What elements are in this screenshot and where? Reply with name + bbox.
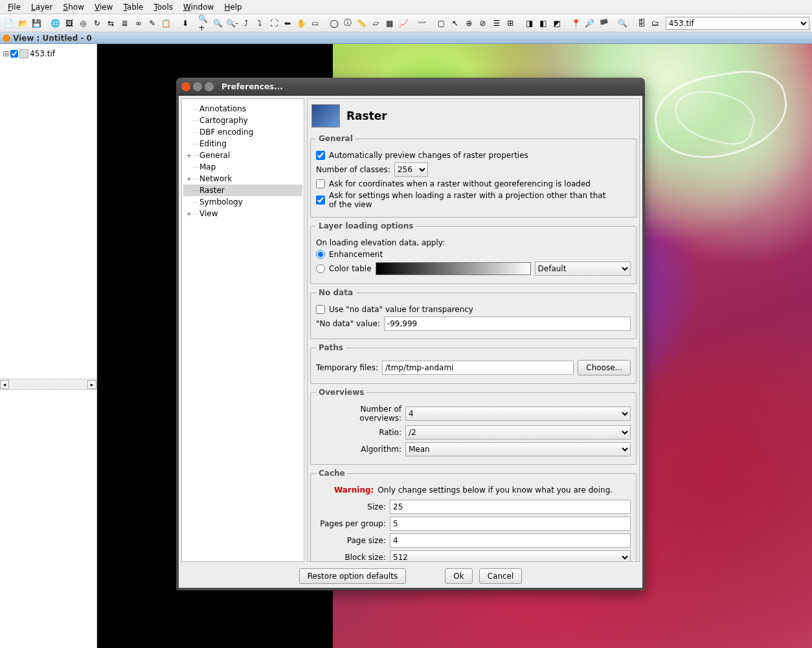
ruler-icon[interactable]: 📏 xyxy=(355,17,368,30)
shuffle-icon[interactable]: ⤴ xyxy=(240,17,252,30)
cancel-button[interactable]: Cancel xyxy=(479,568,523,584)
select-icon[interactable]: ▦ xyxy=(383,17,396,30)
geo2-icon[interactable]: ◧ xyxy=(537,17,549,30)
globe-icon[interactable]: 🌐 xyxy=(49,17,62,30)
zoom-box-icon[interactable]: 🔍 xyxy=(212,17,224,30)
schema-icon[interactable]: 🗂 xyxy=(649,17,661,30)
pan-icon[interactable]: ✋ xyxy=(295,17,308,30)
menu-show[interactable]: Show xyxy=(58,1,89,13)
info-icon[interactable]: ⓘ xyxy=(342,17,354,30)
snap4-icon[interactable]: ⊘ xyxy=(477,17,489,30)
num-overviews-label: Number of overviews: xyxy=(316,405,401,423)
choose-button[interactable]: Choose... xyxy=(578,360,631,375)
tree-node-map[interactable]: ⋯Map xyxy=(183,161,302,173)
menu-layer[interactable]: Layer xyxy=(26,1,58,13)
use-nodata-checkbox[interactable] xyxy=(316,305,325,314)
dialog-title: Preferences... xyxy=(221,82,283,91)
menu-tools[interactable]: Tools xyxy=(148,1,178,13)
layer-tree[interactable]: ⊞ 453.tif xyxy=(0,44,96,379)
block-size-select[interactable]: 512 xyxy=(390,550,631,562)
tree-node-symbology[interactable]: ⋯Symbology xyxy=(183,196,302,208)
cache-size-input[interactable] xyxy=(390,500,631,514)
loc-zoom-icon[interactable]: 🔎 xyxy=(583,17,596,30)
picture-icon[interactable]: 🖼 xyxy=(63,17,75,30)
auto-preview-checkbox[interactable] xyxy=(316,151,325,160)
reload-icon[interactable]: ↻ xyxy=(91,17,103,30)
num-classes-select[interactable]: 256 xyxy=(394,162,428,177)
link-icon[interactable]: ∞ xyxy=(132,17,144,30)
menu-view[interactable]: View xyxy=(89,1,118,13)
sidebar-scrollbar[interactable]: ◂ ▸ xyxy=(0,379,96,389)
snap1-icon[interactable]: ▢ xyxy=(435,17,447,30)
extent-icon[interactable]: ⛶ xyxy=(267,17,280,30)
color-table-radio[interactable] xyxy=(316,264,325,273)
preferences-tree[interactable]: ⋯Annotations⋯Cartography⋯DBF encoding⋯Ed… xyxy=(181,98,304,562)
color-table-select[interactable]: Default xyxy=(535,262,631,276)
save-icon[interactable]: 💾 xyxy=(30,17,43,30)
geo1-icon[interactable]: ◨ xyxy=(523,17,536,30)
snap5-icon[interactable]: ☰ xyxy=(490,17,502,30)
tree-node-dbf-encoding[interactable]: ⋯DBF encoding xyxy=(183,126,302,138)
snap6-icon[interactable]: ⊞ xyxy=(504,17,517,30)
area-icon[interactable]: ▱ xyxy=(370,17,382,30)
zoom-fit-icon[interactable]: 🔍 xyxy=(616,17,629,30)
page-size-input[interactable] xyxy=(390,533,631,548)
shuffle2-icon[interactable]: ⤵ xyxy=(254,17,266,30)
menu-window[interactable]: Window xyxy=(178,1,219,13)
graph-icon[interactable]: 📈 xyxy=(397,17,409,30)
ask-coords-checkbox[interactable] xyxy=(316,179,325,188)
sync-icon[interactable]: ⇆ xyxy=(105,17,117,30)
tree-node-editing[interactable]: ⋯Editing xyxy=(183,138,302,150)
dialog-titlebar[interactable]: Preferences... xyxy=(176,78,645,96)
ok-button[interactable]: Ok xyxy=(445,568,472,584)
db-icon[interactable]: 🗄 xyxy=(635,17,648,30)
enhancement-radio[interactable] xyxy=(316,250,325,259)
tmp-files-input[interactable] xyxy=(382,361,574,375)
open-icon[interactable]: 📂 xyxy=(16,17,28,30)
close-icon[interactable] xyxy=(181,82,190,91)
edit-icon[interactable]: ✎ xyxy=(146,17,159,30)
tree-node-annotations[interactable]: ⋯Annotations xyxy=(183,103,302,115)
wave-icon[interactable]: 〰 xyxy=(416,17,429,30)
tree-node-general[interactable]: +⋯General xyxy=(183,150,302,161)
flag-icon[interactable]: 🏴 xyxy=(598,17,610,30)
snap2-icon[interactable]: ↖ xyxy=(449,17,461,30)
expand-icon[interactable]: ⊞ xyxy=(3,49,9,58)
ask-projection-checkbox[interactable] xyxy=(316,196,325,205)
tree-node-view[interactable]: +⋯View xyxy=(183,208,302,219)
circle-icon[interactable]: ◯ xyxy=(328,17,340,30)
scroll-track[interactable] xyxy=(9,380,87,389)
tree-node-network[interactable]: +⋯Network xyxy=(183,173,302,184)
frame-icon[interactable]: ▭ xyxy=(309,17,321,30)
algorithm-select[interactable]: Mean xyxy=(405,442,631,456)
nodata-value-input[interactable] xyxy=(384,317,631,331)
target-icon[interactable]: ◎ xyxy=(77,17,89,30)
tree-node-cartography[interactable]: ⋯Cartography xyxy=(183,115,302,126)
menu-table[interactable]: Table xyxy=(118,1,148,13)
layers-icon[interactable]: ≣ xyxy=(118,17,131,30)
maximize-icon[interactable] xyxy=(205,82,214,91)
general-legend: General xyxy=(316,134,355,143)
layer-select[interactable]: 453.tif xyxy=(666,17,809,30)
menu-file[interactable]: File xyxy=(3,1,26,13)
zoom-in-icon[interactable]: 🔍+ xyxy=(197,17,210,30)
snap3-icon[interactable]: ⊕ xyxy=(463,17,475,30)
scroll-right-icon[interactable]: ▸ xyxy=(87,380,96,389)
tree-node-raster[interactable]: ⋯Raster xyxy=(183,184,302,196)
back-icon[interactable]: ⬅ xyxy=(281,17,293,30)
scroll-left-icon[interactable]: ◂ xyxy=(0,380,9,389)
zoom-out-icon[interactable]: 🔍- xyxy=(225,17,238,30)
menu-help[interactable]: Help xyxy=(219,1,247,13)
pages-per-group-input[interactable] xyxy=(390,517,631,531)
import-icon[interactable]: ⬇ xyxy=(179,17,191,30)
geo3-icon[interactable]: ◩ xyxy=(551,17,563,30)
note-icon[interactable]: 📋 xyxy=(160,17,172,30)
layer-visibility-checkbox[interactable] xyxy=(10,50,18,58)
loc1-icon[interactable]: 📍 xyxy=(570,17,582,30)
layer-row[interactable]: ⊞ 453.tif xyxy=(3,49,94,58)
restore-defaults-button[interactable]: Restore option defaults xyxy=(299,568,407,584)
num-overviews-select[interactable]: 4 xyxy=(405,407,631,421)
new-icon[interactable]: 📄 xyxy=(3,17,15,30)
ratio-select[interactable]: /2 xyxy=(405,425,631,440)
minimize-icon[interactable] xyxy=(193,82,202,91)
